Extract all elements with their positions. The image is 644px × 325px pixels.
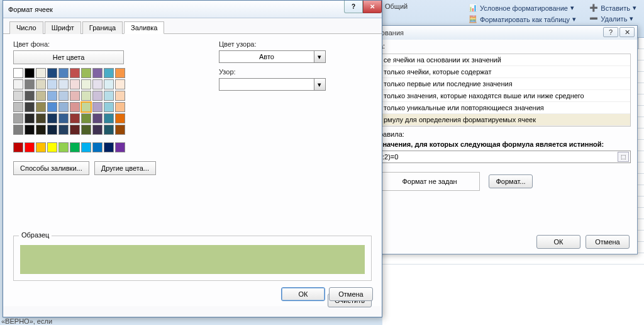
- color-swatch[interactable]: [58, 68, 69, 78]
- color-swatch[interactable]: [13, 113, 23, 123]
- color-swatch[interactable]: [104, 68, 114, 78]
- color-swatch[interactable]: [104, 91, 114, 101]
- color-swatch[interactable]: [115, 142, 125, 152]
- color-swatch[interactable]: [13, 125, 23, 135]
- cancel-button[interactable]: Отмена: [586, 235, 630, 249]
- color-swatch[interactable]: [92, 91, 103, 101]
- conditional-formatting-button[interactable]: 📊 Условное форматирование ▾: [465, 3, 578, 13]
- tab-font[interactable]: Шрифт: [45, 21, 81, 34]
- color-swatch[interactable]: [70, 113, 80, 123]
- pattern-color-dropdown[interactable]: Авто ▾: [219, 50, 326, 63]
- more-colors-button[interactable]: Другие цвета...: [94, 161, 156, 175]
- color-swatch[interactable]: [81, 79, 91, 89]
- color-swatch[interactable]: [92, 68, 103, 78]
- color-swatch[interactable]: [25, 102, 35, 112]
- color-swatch[interactable]: [13, 79, 23, 89]
- color-swatch[interactable]: [47, 125, 57, 135]
- color-swatch[interactable]: [58, 91, 69, 101]
- color-swatch[interactable]: [70, 68, 80, 78]
- color-swatch[interactable]: [115, 102, 125, 112]
- pattern-style-dropdown[interactable]: ▾: [219, 78, 326, 91]
- color-swatch[interactable]: [115, 113, 125, 123]
- rule-type-list[interactable]: ce ячейки на основании их значенийтолько…: [379, 54, 631, 127]
- color-swatch[interactable]: [115, 79, 125, 89]
- color-swatch[interactable]: [13, 102, 23, 112]
- color-swatch[interactable]: [25, 113, 35, 123]
- rule-type-item[interactable]: только значения, которые находятся выше …: [380, 90, 630, 102]
- color-swatch[interactable]: [36, 79, 46, 89]
- color-swatch[interactable]: [58, 113, 69, 123]
- color-swatch[interactable]: [36, 142, 46, 152]
- color-swatch[interactable]: [25, 142, 35, 152]
- color-swatch[interactable]: [25, 91, 35, 101]
- color-swatch[interactable]: [104, 113, 114, 123]
- color-swatch[interactable]: [25, 125, 35, 135]
- color-swatch[interactable]: [104, 142, 114, 152]
- color-swatch[interactable]: [115, 91, 125, 101]
- color-swatch[interactable]: [47, 79, 57, 89]
- color-swatch[interactable]: [81, 68, 91, 78]
- color-swatch[interactable]: [58, 79, 69, 89]
- help-icon[interactable]: ?: [603, 27, 618, 37]
- color-swatch[interactable]: [92, 102, 103, 112]
- color-swatch[interactable]: [47, 142, 57, 152]
- color-swatch[interactable]: [58, 142, 69, 152]
- formula-input[interactable]: :2)=0 ⬚: [379, 151, 631, 163]
- color-swatch[interactable]: [13, 142, 23, 152]
- rule-type-item[interactable]: только первые или последние значения: [380, 78, 630, 90]
- color-swatch[interactable]: [13, 68, 23, 78]
- color-swatch[interactable]: [104, 79, 114, 89]
- no-color-button[interactable]: Нет цвета: [13, 50, 124, 64]
- color-swatch[interactable]: [70, 79, 80, 89]
- color-swatch[interactable]: [36, 68, 46, 78]
- color-swatch[interactable]: [70, 102, 80, 112]
- color-swatch[interactable]: [25, 68, 35, 78]
- color-swatch[interactable]: [47, 68, 57, 78]
- color-swatch[interactable]: [92, 79, 103, 89]
- chevron-down-icon[interactable]: ▾: [314, 51, 325, 62]
- color-swatch[interactable]: [81, 91, 91, 101]
- color-swatch[interactable]: [115, 68, 125, 78]
- color-swatch[interactable]: [58, 102, 69, 112]
- color-swatch[interactable]: [115, 125, 125, 135]
- color-swatch[interactable]: [70, 125, 80, 135]
- help-icon[interactable]: ?: [344, 1, 363, 13]
- insert-button[interactable]: ➕ Вставить ▾: [586, 3, 640, 13]
- dialog1-titlebar[interactable]: Формат ячеек ? ✕: [3, 1, 382, 18]
- format-button[interactable]: Формат...: [489, 174, 533, 188]
- color-swatch[interactable]: [81, 125, 91, 135]
- close-icon[interactable]: ✕: [619, 27, 635, 37]
- tab-fill[interactable]: Заливка: [124, 21, 164, 34]
- color-swatch[interactable]: [47, 102, 57, 112]
- color-swatch[interactable]: [81, 113, 91, 123]
- color-swatch[interactable]: [81, 142, 91, 152]
- range-selector-icon[interactable]: ⬚: [618, 152, 629, 162]
- tab-number[interactable]: Число: [9, 21, 43, 34]
- ok-button[interactable]: ОК: [281, 287, 325, 301]
- color-swatch[interactable]: [36, 102, 46, 112]
- color-swatch[interactable]: [47, 113, 57, 123]
- tab-border[interactable]: Граница: [82, 21, 123, 34]
- rule-type-item[interactable]: рмулу для определения форматируемых ячее…: [380, 114, 630, 126]
- rule-type-item[interactable]: только уникальные или повторяющиеся знач…: [380, 102, 630, 114]
- cancel-button[interactable]: Отмена: [329, 287, 373, 301]
- color-swatch[interactable]: [92, 125, 103, 135]
- color-swatch[interactable]: [58, 125, 69, 135]
- ok-button[interactable]: ОК: [536, 235, 580, 249]
- color-swatch[interactable]: [92, 142, 103, 152]
- color-swatch[interactable]: [36, 113, 46, 123]
- color-swatch[interactable]: [92, 113, 103, 123]
- fill-effects-button[interactable]: Способы заливки...: [13, 161, 89, 175]
- format-as-table-button[interactable]: 🧮 Форматировать как таблицу ▾: [465, 14, 580, 25]
- rule-type-item[interactable]: только ячейки, которые содержат: [380, 66, 630, 78]
- color-swatch[interactable]: [70, 142, 80, 152]
- rule-type-item[interactable]: ce ячейки на основании их значений: [380, 54, 630, 66]
- color-swatch[interactable]: [36, 125, 46, 135]
- color-swatch[interactable]: [36, 91, 46, 101]
- close-icon[interactable]: ✕: [363, 1, 382, 13]
- color-swatch[interactable]: [47, 91, 57, 101]
- chevron-down-icon[interactable]: ▾: [314, 79, 325, 90]
- color-swatch[interactable]: [13, 91, 23, 101]
- color-swatch[interactable]: [81, 102, 91, 112]
- color-swatch[interactable]: [25, 79, 35, 89]
